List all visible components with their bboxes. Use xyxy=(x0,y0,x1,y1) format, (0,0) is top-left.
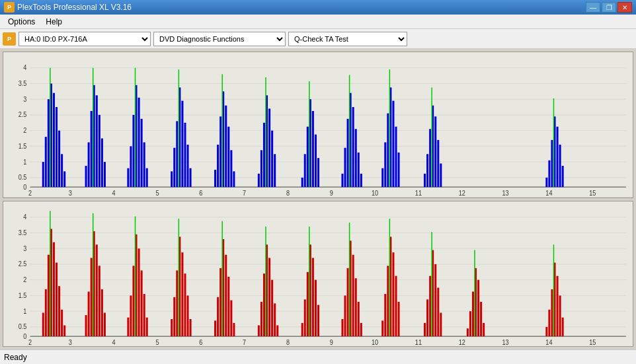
svg-text:1: 1 xyxy=(23,307,27,314)
bottom-chart-container: 0 0.5 1 1.5 2 2.5 3 3.5 4 2 3 4 5 6 7 8 … xyxy=(3,201,633,347)
svg-rect-79 xyxy=(258,174,260,187)
svg-rect-218 xyxy=(307,272,309,336)
test-select[interactable]: Q-Check TA Test xyxy=(288,32,407,46)
svg-text:5: 5 xyxy=(155,189,159,197)
svg-rect-124 xyxy=(557,127,559,187)
svg-rect-209 xyxy=(263,273,265,336)
window-controls: — ❐ ✕ xyxy=(586,2,632,13)
svg-rect-52 xyxy=(127,168,129,187)
svg-text:9: 9 xyxy=(330,338,334,346)
svg-rect-259 xyxy=(551,289,553,336)
svg-rect-207 xyxy=(258,325,260,336)
svg-rect-116 xyxy=(434,116,436,187)
svg-text:9: 9 xyxy=(330,189,334,197)
drive-selector-container: P HA:0 ID:0 PX-716A xyxy=(3,32,151,46)
svg-rect-120 xyxy=(545,178,547,187)
svg-rect-233 xyxy=(381,320,383,336)
svg-text:4: 4 xyxy=(23,64,27,72)
svg-text:12: 12 xyxy=(459,338,466,346)
svg-text:0.5: 0.5 xyxy=(19,322,27,330)
svg-rect-203 xyxy=(227,276,229,336)
svg-rect-216 xyxy=(301,322,303,336)
menu-help[interactable]: Help xyxy=(40,16,67,28)
svg-text:0: 0 xyxy=(23,183,27,191)
svg-rect-208 xyxy=(260,301,262,336)
title-bar: P PlexTools Professional XL V3.16 — ❐ ✕ xyxy=(0,0,636,15)
svg-text:3: 3 xyxy=(69,338,73,346)
svg-text:3: 3 xyxy=(23,244,27,252)
svg-rect-212 xyxy=(271,279,273,336)
svg-text:2.5: 2.5 xyxy=(19,111,27,119)
svg-rect-168 xyxy=(61,309,63,336)
svg-rect-35 xyxy=(48,99,50,187)
svg-rect-40 xyxy=(61,154,63,187)
svg-text:2.5: 2.5 xyxy=(19,260,27,268)
svg-rect-250 xyxy=(469,311,471,336)
svg-rect-199 xyxy=(217,297,219,336)
svg-text:8: 8 xyxy=(286,338,290,346)
svg-rect-182 xyxy=(132,266,134,336)
svg-rect-83 xyxy=(268,108,270,187)
drive-icon: P xyxy=(3,32,16,46)
svg-rect-113 xyxy=(426,154,428,187)
svg-rect-57 xyxy=(141,119,143,187)
svg-rect-66 xyxy=(184,123,186,187)
svg-rect-235 xyxy=(387,266,389,336)
svg-rect-185 xyxy=(141,270,143,336)
svg-rect-161 xyxy=(42,312,44,336)
svg-rect-247 xyxy=(440,312,442,336)
svg-rect-67 xyxy=(186,145,188,187)
svg-rect-37 xyxy=(53,93,55,187)
svg-rect-173 xyxy=(91,258,93,336)
menu-options[interactable]: Options xyxy=(3,16,40,28)
svg-rect-204 xyxy=(230,300,232,336)
svg-rect-231 xyxy=(360,322,362,336)
svg-rect-241 xyxy=(424,322,426,336)
svg-text:14: 14 xyxy=(545,189,553,197)
svg-rect-34 xyxy=(45,137,47,187)
bottom-chart: 0 0.5 1 1.5 2 2.5 3 3.5 4 2 3 4 5 6 7 8 … xyxy=(3,201,633,347)
svg-rect-175 xyxy=(96,244,98,336)
svg-rect-93 xyxy=(317,158,319,187)
svg-rect-224 xyxy=(341,318,343,336)
svg-rect-229 xyxy=(355,278,357,336)
svg-rect-89 xyxy=(307,127,309,187)
svg-rect-49 xyxy=(101,139,103,188)
minimize-button[interactable]: — xyxy=(586,2,600,13)
svg-rect-176 xyxy=(99,266,100,336)
svg-rect-167 xyxy=(58,286,60,336)
svg-rect-95 xyxy=(341,174,343,187)
restore-button[interactable]: ❐ xyxy=(602,2,616,13)
close-button[interactable]: ✕ xyxy=(617,2,632,13)
svg-rect-110 xyxy=(398,153,400,187)
function-select[interactable]: DVD Diagnostic Functions xyxy=(153,32,286,46)
svg-rect-193 xyxy=(181,252,183,336)
svg-rect-242 xyxy=(426,299,428,336)
svg-text:8: 8 xyxy=(286,189,290,197)
svg-text:3: 3 xyxy=(69,189,73,197)
svg-text:13: 13 xyxy=(502,338,510,346)
svg-rect-181 xyxy=(130,295,132,336)
svg-rect-254 xyxy=(480,301,482,336)
svg-text:12: 12 xyxy=(459,189,466,197)
svg-rect-190 xyxy=(173,297,175,336)
svg-rect-257 xyxy=(545,326,547,336)
svg-rect-105 xyxy=(384,142,386,187)
svg-text:4: 4 xyxy=(112,189,116,197)
svg-text:4: 4 xyxy=(112,338,116,346)
svg-rect-184 xyxy=(138,248,140,336)
svg-rect-202 xyxy=(225,254,227,336)
svg-text:0.5: 0.5 xyxy=(19,174,27,182)
svg-rect-70 xyxy=(214,170,216,187)
svg-rect-177 xyxy=(101,289,103,336)
svg-text:3.5: 3.5 xyxy=(19,79,27,87)
svg-rect-245 xyxy=(434,264,436,336)
svg-rect-91 xyxy=(312,111,314,187)
svg-rect-126 xyxy=(562,166,564,187)
svg-rect-214 xyxy=(276,325,278,336)
svg-text:13: 13 xyxy=(502,189,510,197)
svg-rect-50 xyxy=(104,162,106,187)
svg-rect-80 xyxy=(260,150,262,187)
svg-rect-72 xyxy=(219,116,221,187)
drive-select[interactable]: HA:0 ID:0 PX-716A xyxy=(19,32,151,46)
